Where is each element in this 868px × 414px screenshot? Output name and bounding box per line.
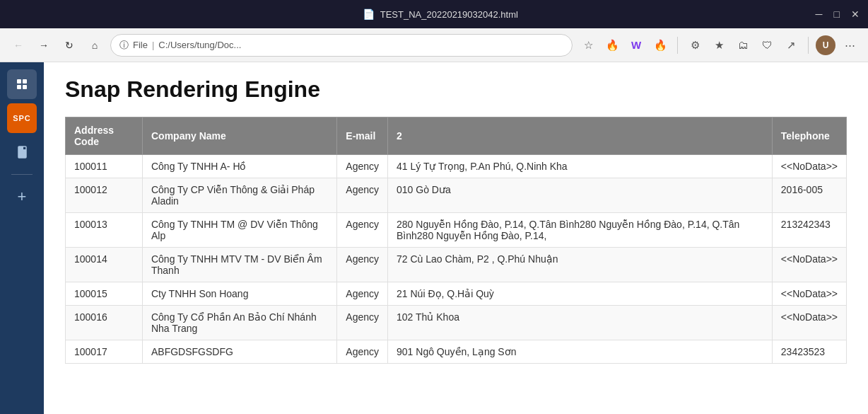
- email-cell: Agency: [337, 178, 388, 213]
- address-code-cell: 100011: [66, 155, 143, 178]
- browser-toolbar: ← → ↻ ⌂ ⓘ File | C:/Users/tung/Doc... ☆ …: [0, 28, 868, 62]
- toolbar-divider-1: [677, 37, 678, 54]
- col-header-email: E-mail: [337, 117, 388, 155]
- main-area: SPC + Snap Rendering Engine Address Code…: [0, 62, 868, 414]
- sidebar-item-spc[interactable]: SPC: [7, 103, 37, 133]
- telephone-cell: 23423523: [772, 340, 846, 364]
- toolbar-divider-2: [808, 37, 809, 54]
- document-icon: [15, 145, 29, 159]
- telephone-cell: <<NoData>>: [772, 248, 846, 282]
- col2-cell: 901 Ngô Quyền, Lạng Sơn: [388, 340, 773, 364]
- title-bar-title: TEST_NA_20220219032042.html: [380, 9, 518, 20]
- company-name-cell: Công Ty TNHH MTV TM - DV Biển Âm Thanh: [142, 248, 336, 282]
- table-row: 100014Công Ty TNHH MTV TM - DV Biển Âm T…: [66, 248, 847, 282]
- svg-rect-1: [23, 79, 27, 84]
- close-button[interactable]: ✕: [851, 8, 860, 20]
- pages-icon: [15, 77, 29, 91]
- share-button[interactable]: ↗: [781, 35, 801, 55]
- maximize-button[interactable]: □: [834, 8, 840, 20]
- col2-cell: 280 Nguyễn Hồng Đào, P.14, Q.Tân Bình280…: [388, 213, 773, 248]
- address-code-cell: 100017: [66, 340, 143, 364]
- svg-rect-2: [17, 85, 21, 89]
- col-header-address-code: Address Code: [66, 117, 143, 155]
- address-url: C:/Users/tung/Doc...: [158, 40, 241, 50]
- company-name-cell: Công Ty Cổ Phần An Bảo Chí Nhánh Nha Tra…: [142, 306, 336, 340]
- col2-cell: 41 Lý Tự Trọng, P.An Phú, Q.Ninh Kha: [388, 155, 773, 178]
- col-header-company-name: Company Name: [142, 117, 336, 155]
- company-name-cell: Công Ty TNHH A- Hồ: [142, 155, 336, 178]
- sidebar-item-add[interactable]: +: [7, 182, 37, 212]
- table-header-row: Address Code Company Name E-mail 2 Telep…: [66, 117, 847, 155]
- email-cell: Agency: [337, 213, 388, 248]
- bookmark-star-button[interactable]: ☆: [578, 35, 598, 55]
- table-row: 100017ABFGDSFGSDFGAgency901 Ngô Quyền, L…: [66, 340, 847, 364]
- sidebar: SPC +: [0, 62, 44, 414]
- col2-cell: 010 Gò Dưa: [388, 178, 773, 213]
- table-row: 100011Công Ty TNHH A- HồAgency41 Lý Tự T…: [66, 155, 847, 178]
- add-icon: +: [18, 188, 27, 206]
- fire-button-2[interactable]: 🔥: [650, 35, 670, 55]
- email-cell: Agency: [337, 340, 388, 364]
- star-button[interactable]: ★: [709, 35, 729, 55]
- data-table: Address Code Company Name E-mail 2 Telep…: [65, 117, 847, 364]
- table-row: 100013Công Ty TNHH TM @ DV Viễn Thông Al…: [66, 213, 847, 248]
- col2-cell: 21 Núi Đọ, Q.Hải Quỳ: [388, 282, 773, 306]
- toolbar-icons: ☆ 🔥 W 🔥 ⚙ ★ 🗂 🛡 ↗ U ⋯: [578, 35, 860, 55]
- telephone-cell: <<NoData>>: [772, 155, 846, 178]
- address-code-cell: 100012: [66, 178, 143, 213]
- table-row: 100012Công Ty CP Viễn Thông & Giải Pháp …: [66, 178, 847, 213]
- sidebar-item-pages[interactable]: [7, 69, 37, 99]
- company-name-cell: Công Ty TNHH TM @ DV Viễn Thông Alp: [142, 213, 336, 248]
- fire-button-1[interactable]: 🔥: [602, 35, 622, 55]
- email-cell: Agency: [337, 155, 388, 178]
- minimize-button[interactable]: ─: [816, 8, 823, 20]
- sidebar-divider: [11, 174, 33, 175]
- sidebar-item-document[interactable]: [7, 137, 37, 167]
- email-cell: Agency: [337, 306, 388, 340]
- table-row: 100016Công Ty Cổ Phần An Bảo Chí Nhánh N…: [66, 306, 847, 340]
- company-name-cell: Công Ty CP Viễn Thông & Giải Pháp Aladin: [142, 178, 336, 213]
- protocol-label: File: [133, 40, 148, 50]
- address-bar[interactable]: ⓘ File | C:/Users/tung/Doc...: [110, 34, 573, 57]
- col-header-col2: 2: [388, 117, 773, 155]
- reload-button[interactable]: ↻: [59, 35, 79, 55]
- telephone-cell: 2016-005: [772, 178, 846, 213]
- telephone-cell: <<NoData>>: [772, 282, 846, 306]
- info-icon: ⓘ: [119, 39, 129, 52]
- table-row: 100015Cty TNHH Son HoangAgency21 Núi Đọ,…: [66, 282, 847, 306]
- col2-cell: 102 Thủ Khoa: [388, 306, 773, 340]
- address-code-cell: 100015: [66, 282, 143, 306]
- email-cell: Agency: [337, 248, 388, 282]
- back-button[interactable]: ←: [8, 35, 28, 55]
- content-area: Snap Rendering Engine Address Code Compa…: [44, 62, 868, 414]
- shield-button[interactable]: 🛡: [757, 35, 777, 55]
- title-bar-controls: ─ □ ✕: [816, 8, 860, 20]
- telephone-cell: 213242343: [772, 213, 846, 248]
- home-button[interactable]: ⌂: [85, 35, 105, 55]
- address-code-cell: 100014: [66, 248, 143, 282]
- telephone-cell: <<NoData>>: [772, 306, 846, 340]
- col-header-telephone: Telephone: [772, 117, 846, 155]
- spc-label: SPC: [13, 114, 31, 122]
- company-name-cell: ABFGDSFGSDFG: [142, 340, 336, 364]
- collection-button[interactable]: 🗂: [733, 35, 753, 55]
- company-name-cell: Cty TNHH Son Hoang: [142, 282, 336, 306]
- page-title: Snap Rendering Engine: [65, 76, 847, 103]
- forward-button[interactable]: →: [34, 35, 54, 55]
- more-button[interactable]: ⋯: [840, 35, 860, 55]
- svg-rect-0: [17, 79, 21, 84]
- svg-rect-3: [23, 85, 27, 89]
- address-code-cell: 100016: [66, 306, 143, 340]
- w-button[interactable]: W: [626, 35, 646, 55]
- user-avatar[interactable]: U: [816, 35, 835, 55]
- address-code-cell: 100013: [66, 213, 143, 248]
- puzzle-button[interactable]: ⚙: [685, 35, 705, 55]
- file-icon: 📄: [363, 8, 375, 20]
- col2-cell: 72 Cù Lao Chàm, P2 , Q.Phú Nhuận: [388, 248, 773, 282]
- address-separator: |: [152, 40, 154, 50]
- email-cell: Agency: [337, 282, 388, 306]
- title-bar-center: 📄 TEST_NA_20220219032042.html: [363, 8, 518, 20]
- title-bar: 📄 TEST_NA_20220219032042.html ─ □ ✕: [0, 0, 868, 28]
